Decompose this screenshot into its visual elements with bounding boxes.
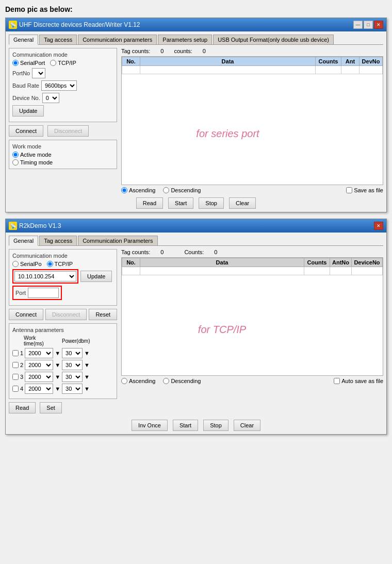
w2-port-input[interactable]: 8899: [28, 288, 59, 298]
tab-params-setup[interactable]: Parameters setup: [158, 35, 212, 44]
demo-text-tcp: for TCP/IP: [198, 293, 246, 367]
antenna-3-id: 3: [20, 374, 23, 380]
window1-body: General Tag access Communication paramet…: [6, 31, 386, 212]
counts-value: 0: [203, 48, 206, 54]
serial-port-radio[interactable]: [12, 60, 19, 66]
w2-stop-button[interactable]: Stop: [203, 420, 228, 431]
w2-clear-button[interactable]: Clear: [234, 420, 260, 431]
comm-mode-radio-group: SerialPort TCP/IP: [12, 60, 113, 66]
w2-port-row: Port 8899: [12, 286, 113, 300]
antenna-row-3: 3 2000 ▼ 30 ▼: [12, 372, 113, 382]
portno-select[interactable]: [32, 68, 45, 78]
antenna-4-work-time[interactable]: 2000: [25, 384, 53, 394]
start-button[interactable]: Start: [168, 197, 193, 209]
window2-left-panel: Communication mode SerialPo TCP/IP: [9, 249, 117, 416]
w2-data-table-body: for TCP/IP: [122, 267, 383, 275]
read-button[interactable]: Read: [136, 197, 163, 209]
w2-serial-radio[interactable]: [12, 261, 19, 267]
w2-read-button[interactable]: Read: [9, 402, 36, 413]
antenna-1-power[interactable]: 30: [62, 348, 83, 358]
tab-general[interactable]: General: [9, 35, 38, 45]
antenna-3-work-time[interactable]: 2000: [25, 372, 53, 382]
col-header-data: Data: [140, 57, 316, 66]
w2-auto-save-checkbox[interactable]: [334, 378, 340, 384]
active-mode-radio[interactable]: [12, 152, 19, 158]
w2-reset-button[interactable]: Reset: [89, 309, 117, 320]
stop-button[interactable]: Stop: [199, 197, 224, 209]
window1-titlebar: 📡 UHF Discrecte devices Reader/Writer V1…: [6, 18, 386, 31]
save-as-file-checkbox[interactable]: [346, 187, 352, 193]
window2-close-btn[interactable]: ✕: [374, 222, 383, 230]
window1-title-left: 📡 UHF Discrecte devices Reader/Writer V1…: [9, 21, 140, 29]
w2-update-button[interactable]: Update: [80, 271, 112, 282]
w2-port-highlight: Port 8899: [12, 286, 62, 300]
antenna-3-power[interactable]: 30: [62, 372, 83, 382]
antenna-row-4: 4 2000 ▼ 30 ▼: [12, 384, 113, 394]
w2-data-table-wrapper: No. Data Counts AntNo DeviceNo for TCP/I…: [121, 257, 383, 376]
clear-button[interactable]: Clear: [229, 197, 256, 209]
window1-close-btn[interactable]: ✕: [374, 21, 383, 29]
baudrate-select[interactable]: 9600bps: [41, 80, 77, 91]
antenna-4-power[interactable]: 30: [62, 384, 83, 394]
w2-disconnect-button[interactable]: Disconnect: [45, 309, 87, 320]
active-mode-item: Active mode: [12, 152, 113, 158]
w2-tcpip-radio[interactable]: [47, 261, 53, 267]
antenna-3-checkbox[interactable]: [12, 374, 19, 380]
window2-title-left: 📡 R2kDemo V1.3: [9, 222, 61, 230]
antenna-1-checkbox[interactable]: [12, 350, 19, 356]
antenna-1-id: 1: [20, 350, 23, 356]
antenna-2-work-time[interactable]: 2000: [25, 360, 53, 370]
active-mode-label: Active mode: [20, 152, 52, 158]
ascending-item: Ascending: [121, 187, 155, 193]
w2-connect-button[interactable]: Connect: [9, 309, 43, 320]
antenna-header-row: Work time(ms) Power(dbm): [12, 335, 113, 346]
antenna-rows: 1 2000 ▼ 30 ▼ 2 2000 ▼ 30 ▼ 3 2000: [12, 348, 113, 394]
w2-col-header-no: No.: [122, 258, 140, 267]
w2-ascending-radio[interactable]: [121, 378, 127, 384]
tcpip-radio[interactable]: [50, 60, 56, 66]
work-time-header: Work time(ms): [24, 335, 50, 346]
w2-connect-row: Connect Disconnect Reset: [9, 309, 117, 320]
col-header-counts: Counts: [316, 57, 341, 66]
w2-tab-general[interactable]: General: [9, 236, 38, 246]
window1-minimize-btn[interactable]: —: [353, 21, 363, 29]
deviceno-select[interactable]: 0: [42, 93, 59, 103]
ascending-radio[interactable]: [121, 187, 127, 193]
w2-col-header-data: Data: [140, 258, 304, 267]
descending-radio[interactable]: [163, 187, 169, 193]
window2-right-panel: Tag counts: 0 Counts: 0 No. Data Counts …: [121, 249, 383, 416]
tab-usb-output[interactable]: USB Output Format(only double usb device…: [213, 35, 334, 44]
w2-descending-radio[interactable]: [163, 378, 169, 384]
w2-set-button[interactable]: Set: [40, 402, 62, 413]
tab-comm-params[interactable]: Communication parameters: [78, 35, 157, 44]
inv-once-button[interactable]: Inv Once: [132, 420, 168, 431]
w2-serial-label: SerialPo: [20, 261, 42, 267]
w2-tag-counts-value: 0: [160, 249, 164, 255]
window2-bottom-buttons: Inv Once Start Stop Clear: [9, 420, 383, 431]
window1-maximize-btn[interactable]: □: [364, 21, 373, 29]
tab-tag-access[interactable]: Tag access: [39, 35, 77, 44]
antenna-1-work-time[interactable]: 2000: [25, 348, 53, 358]
w2-sort-row: Ascending Descending Auto save as file: [121, 378, 383, 384]
timing-mode-radio[interactable]: [12, 159, 19, 165]
connect-button[interactable]: Connect: [9, 125, 43, 137]
antenna-2-checkbox[interactable]: [12, 362, 19, 368]
w2-tcpip-radio-item: TCP/IP: [47, 261, 73, 267]
w2-ip-select[interactable]: 10.10.100.254: [14, 271, 76, 281]
w2-tab-comm-params[interactable]: Communication Parameters: [78, 236, 157, 245]
tag-counts-label: Tag counts:: [121, 48, 150, 54]
update-button[interactable]: Update: [12, 105, 44, 117]
disconnect-button[interactable]: Disconnect: [47, 125, 89, 137]
w2-start-button[interactable]: Start: [173, 420, 198, 431]
w2-tab-tag-access[interactable]: Tag access: [39, 236, 77, 245]
w2-tag-counts-label: Tag counts:: [121, 249, 150, 255]
work-mode-group: Work mode Active mode Timing mode: [9, 140, 117, 169]
table-row: for TCP/IP: [122, 267, 383, 275]
tcpip-radio-item: TCP/IP: [50, 60, 76, 66]
col-header-devno: DevNo: [360, 57, 383, 66]
antenna-2-power[interactable]: 30: [62, 360, 83, 370]
ascending-label: Ascending: [129, 187, 155, 193]
antenna-4-checkbox[interactable]: [12, 386, 19, 392]
window1-right-panel: Tag counts: 0 counts: 0 No. Data Counts …: [121, 48, 383, 193]
timing-mode-label: Timing mode: [20, 159, 53, 165]
